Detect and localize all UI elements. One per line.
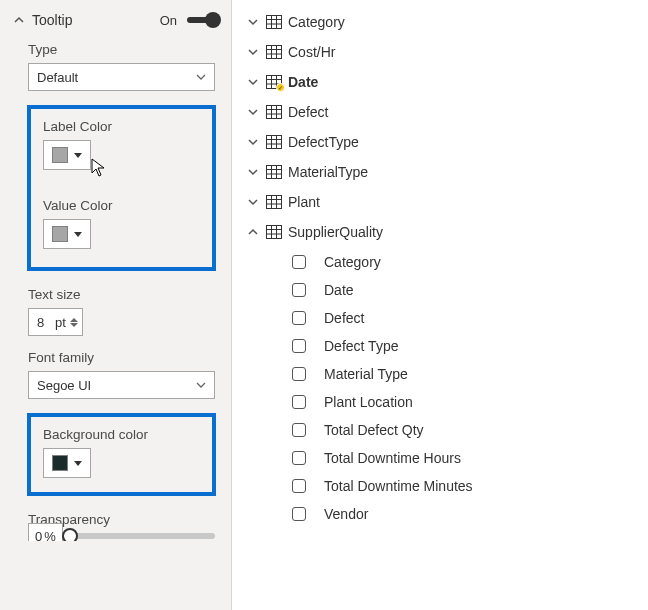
field-name: Date [288,74,318,90]
checkbox[interactable] [292,367,306,381]
checkbox[interactable] [292,479,306,493]
bg-color-highlight: Background color [27,413,216,496]
checkbox[interactable] [292,423,306,437]
slider-handle-icon [62,528,78,541]
stepper-down-icon [70,323,78,327]
sub-field-name: Total Downtime Hours [324,450,461,466]
field-name: Plant [288,194,320,210]
type-value: Default [37,70,196,85]
field-row[interactable]: Plant [246,188,642,216]
transparency-value: 0 [35,529,42,542]
field-row[interactable]: Date [246,68,642,96]
sub-field-name: Defect [324,310,364,326]
chevron-down-icon [246,75,260,89]
field-checkbox-row[interactable]: Plant Location [292,388,642,416]
transparency-group: Transparency 0 % [28,512,215,541]
transparency-slider[interactable] [69,533,215,539]
color-swatch-icon [52,455,68,471]
tooltip-toggle[interactable] [187,17,219,23]
table-icon [266,135,282,149]
checkbox[interactable] [292,283,306,297]
checkbox[interactable] [292,339,306,353]
table-icon [266,165,282,179]
field-row[interactable]: Cost/Hr [246,38,642,66]
field-name: Cost/Hr [288,44,335,60]
field-row[interactable]: Category [246,8,642,36]
svg-rect-25 [267,166,282,179]
chevron-down-icon [196,380,206,390]
checkbox[interactable] [292,255,306,269]
text-size-unit: pt [55,315,66,330]
field-name: Defect [288,104,328,120]
sub-field-name: Material Type [324,366,408,382]
value-color-label: Value Color [43,198,200,213]
field-row[interactable]: Defect [246,98,642,126]
chevron-down-icon [246,45,260,59]
checkbox[interactable] [292,507,306,521]
sub-field-name: Defect Type [324,338,398,354]
caret-down-icon [74,232,82,237]
svg-rect-30 [267,196,282,209]
toggle-knob [205,12,221,28]
text-size-group: Text size pt [28,287,215,336]
checkbox[interactable] [292,395,306,409]
chevron-down-icon [246,165,260,179]
table-icon [266,45,282,59]
field-name: Category [288,14,345,30]
field-checkbox-row[interactable]: Material Type [292,360,642,388]
field-name: SupplierQuality [288,224,383,240]
sub-fields: CategoryDateDefectDefect TypeMaterial Ty… [246,248,642,528]
formatting-pane: Tooltip On Type Default Label Color [0,0,232,610]
field-row[interactable]: SupplierQuality [246,218,642,246]
fields-pane: CategoryCost/HrDateDefectDefectTypeMater… [232,0,648,610]
tooltip-body: Type Default Label Color [0,36,231,555]
table-icon [266,15,282,29]
value-color-picker[interactable] [43,219,91,249]
type-label: Type [28,42,215,57]
field-row[interactable]: MaterialType [246,158,642,186]
text-size-value[interactable] [37,315,55,330]
transparency-input[interactable]: 0 % [28,523,63,541]
bg-color-picker[interactable] [43,448,91,478]
field-checkbox-row[interactable]: Date [292,276,642,304]
bg-color-label: Background color [43,427,200,442]
caret-down-icon [74,461,82,466]
caret-down-icon [74,153,82,158]
field-checkbox-row[interactable]: Defect [292,304,642,332]
font-family-dropdown[interactable]: Segoe UI [28,371,215,399]
table-icon [266,195,282,209]
chevron-down-icon [246,105,260,119]
field-row[interactable]: DefectType [246,128,642,156]
sub-field-name: Category [324,254,381,270]
field-checkbox-row[interactable]: Total Downtime Minutes [292,472,642,500]
text-size-label: Text size [28,287,215,302]
field-checkbox-row[interactable]: Total Defect Qty [292,416,642,444]
tooltip-section-header[interactable]: Tooltip On [0,4,231,36]
svg-rect-0 [267,16,282,29]
checkbox[interactable] [292,311,306,325]
font-family-group: Font family Segoe UI [28,350,215,399]
type-dropdown[interactable]: Default [28,63,215,91]
checkbox[interactable] [292,451,306,465]
text-size-input[interactable]: pt [28,308,83,336]
label-color-picker[interactable] [43,140,91,170]
field-name: DefectType [288,134,359,150]
field-checkbox-row[interactable]: Defect Type [292,332,642,360]
chevron-down-icon [196,72,206,82]
sub-field-name: Total Defect Qty [324,422,424,438]
svg-rect-35 [267,226,282,239]
text-size-stepper[interactable] [70,318,78,327]
section-title: Tooltip [32,12,154,28]
sub-field-name: Vendor [324,506,368,522]
chevron-down-icon [246,15,260,29]
field-checkbox-row[interactable]: Vendor [292,500,642,528]
field-checkbox-row[interactable]: Category [292,248,642,276]
font-family-label: Font family [28,350,215,365]
colors-highlight: Label Color Value Color [27,105,216,271]
sub-field-name: Plant Location [324,394,413,410]
font-family-value: Segoe UI [37,378,196,393]
color-swatch-icon [52,226,68,242]
table-icon [266,225,282,239]
field-checkbox-row[interactable]: Total Downtime Hours [292,444,642,472]
chevron-up-icon [12,13,26,27]
